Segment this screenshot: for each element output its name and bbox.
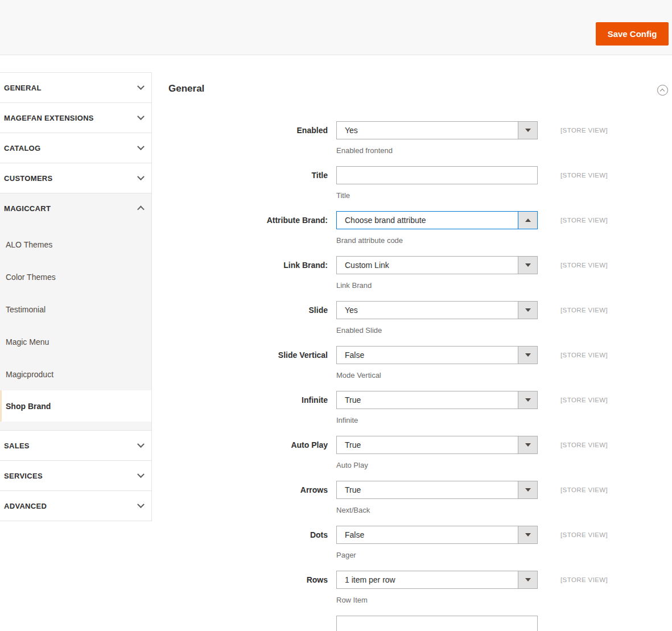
section-header: General [168,80,672,94]
slide-select[interactable]: Yes [336,301,538,319]
title-input[interactable] [336,166,538,184]
auto-play-field-col: TrueAuto Play [336,436,538,469]
rows-note: Row Item [336,596,538,604]
sidebar-section-magefan-extensions[interactable]: MAGEFAN EXTENSIONS [0,103,151,133]
form-row-auto-play: Auto PlayTrueAuto Play[STORE VIEW] [168,436,672,469]
select-arrow-button[interactable] [518,212,537,229]
collapse-section-icon[interactable] [657,85,668,96]
arrows-note: Next/Back [336,506,538,514]
attribute-brand-field-col: Choose brand attributeBrand attribute co… [336,211,538,245]
chevron-down-icon [137,83,145,90]
slide-label: Slide [168,301,328,319]
slide-select-value: Yes [337,302,518,319]
chevron-down-icon [137,143,145,150]
triangle-down-icon [525,129,531,132]
sidebar-section-customers[interactable]: CUSTOMERS [0,163,151,193]
auto-play-select-value: True [337,436,518,453]
link-brand-note: Link Brand [336,281,538,290]
title-field-col: Title [336,166,538,200]
sidebar-section-label: SERVICES [4,472,43,480]
rows-field-col: 1 item per rowRow Item [336,571,538,604]
sidebar-section-label: GENERAL [4,84,42,92]
sidebar-section-magiccart[interactable]: MAGICCART [0,193,151,224]
sidebar-item-magicproduct[interactable]: Magicproduct [0,358,151,390]
sidebar-item-alo-themes[interactable]: ALO Themes [0,228,151,261]
dots-note: Pager [336,551,538,559]
title-note: Title [336,191,538,200]
infinite-label: Infinite [168,391,328,409]
attribute-brand-note: Brand attribute code [336,236,538,245]
enabled-select-value: Yes [337,122,518,139]
form-row-arrows: ArrowsTrueNext/Back[STORE VIEW] [168,481,672,514]
dots-select-value: False [337,526,518,543]
arrows-field-col: TrueNext/Back [336,481,538,514]
select-arrow-button[interactable] [518,481,537,498]
partial-bottom-select-value [337,616,537,631]
sidebar-item-label: Magic Menu [6,337,49,347]
select-arrow-button[interactable] [518,391,537,409]
slide-vertical-select-value: False [337,347,518,364]
triangle-down-icon [525,533,531,537]
partial-bottom-field-col [336,616,538,631]
select-arrow-button[interactable] [518,436,537,453]
dots-label: Dots [168,526,328,544]
dots-scope-label: [STORE VIEW] [560,526,608,544]
sidebar-item-shop-brand[interactable]: Shop Brand [0,390,151,422]
rows-select-value: 1 item per row [337,571,518,588]
auto-play-select[interactable]: True [336,436,538,454]
chevron-down-icon [137,113,145,120]
slide-vertical-select[interactable]: False [336,346,538,364]
infinite-scope-label: [STORE VIEW] [560,391,608,409]
form-row-title: TitleTitle[STORE VIEW] [168,166,672,200]
sidebar-item-color-themes[interactable]: Color Themes [0,261,151,293]
select-arrow-button[interactable] [518,257,537,274]
slide-scope-label: [STORE VIEW] [560,301,608,319]
enabled-scope-label: [STORE VIEW] [560,121,608,139]
infinite-select[interactable]: True [336,391,538,409]
enabled-label: Enabled [168,121,328,139]
enabled-select[interactable]: Yes [336,121,538,139]
sidebar-item-magic-menu[interactable]: Magic Menu [0,325,151,358]
select-arrow-button[interactable] [518,526,537,543]
attribute-brand-label: Attribute Brand: [168,211,328,229]
page-header: Save Config [0,0,672,55]
infinite-field-col: TrueInfinite [336,391,538,424]
attribute-brand-select-value: Choose brand attribute [337,212,518,229]
arrows-select[interactable]: True [336,481,538,499]
form-row-infinite: InfiniteTrueInfinite[STORE VIEW] [168,391,672,424]
attribute-brand-select[interactable]: Choose brand attribute [336,211,538,229]
rows-select[interactable]: 1 item per row [336,571,538,589]
link-brand-scope-label: [STORE VIEW] [560,256,608,274]
select-arrow-button[interactable] [518,347,537,364]
link-brand-field-col: Custom LinkLink Brand [336,256,538,290]
sidebar-section-catalog[interactable]: CATALOG [0,133,151,163]
sidebar-item-label: Shop Brand [6,402,51,411]
sidebar-item-testimonial[interactable]: Testimonial [0,293,151,325]
select-arrow-button[interactable] [518,302,537,319]
section-title: General [168,83,204,94]
sidebar-section-general[interactable]: GENERAL [0,73,151,103]
link-brand-select[interactable]: Custom Link [336,256,538,274]
slide-vertical-scope-label: [STORE VIEW] [560,346,608,364]
chevron-down-icon [137,501,145,508]
sidebar-item-label: Testimonial [6,305,46,314]
select-arrow-button[interactable] [518,122,537,139]
dots-select[interactable]: False [336,526,538,544]
select-arrow-button[interactable] [518,571,537,588]
form-row-enabled: EnabledYesEnabled frontend[STORE VIEW] [168,121,672,155]
sidebar-subnav-magiccart: ALO ThemesColor ThemesTestimonialMagic M… [0,224,151,431]
config-main-panel: General EnabledYesEnabled frontend[STORE… [168,80,672,631]
triangle-down-icon [525,488,531,492]
config-sidebar: GENERALMAGEFAN EXTENSIONSCATALOGCUSTOMER… [0,72,152,521]
sidebar-section-services[interactable]: SERVICES [0,461,151,491]
save-config-button[interactable]: Save Config [596,22,669,46]
sidebar-section-label: SALES [4,442,30,450]
sidebar-item-label: Magicproduct [6,370,53,379]
auto-play-label: Auto Play [168,436,328,454]
enabled-field-col: YesEnabled frontend [336,121,538,155]
sidebar-section-advanced[interactable]: ADVANCED [0,491,151,521]
rows-label: Rows [168,571,328,589]
sidebar-section-sales[interactable]: SALES [0,431,151,461]
sidebar-item-label: ALO Themes [6,240,52,249]
chevron-down-icon [137,471,145,478]
